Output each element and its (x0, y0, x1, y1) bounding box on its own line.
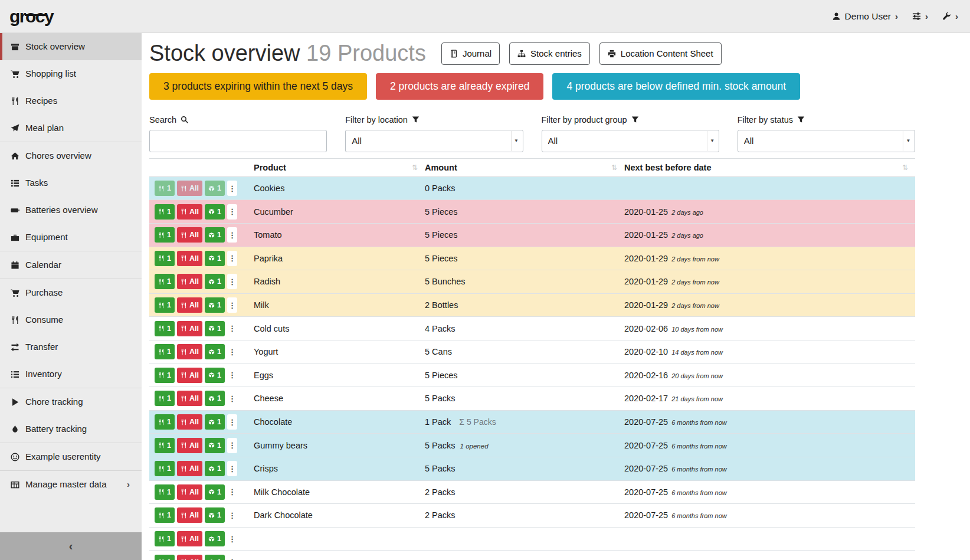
stock-entries-button[interactable]: Stock entries (509, 42, 590, 65)
sidebar-item-consume[interactable]: Consume (0, 306, 142, 333)
sidebar-collapse-button[interactable]: ‹ (0, 532, 142, 560)
row-menu-button[interactable]: ⋮ (227, 344, 237, 359)
table-row[interactable]: 1 All 1 ⋮ Radish 5 Bunches 2020-01-292 d… (149, 270, 915, 294)
consume-all-button[interactable]: All (177, 274, 202, 289)
open-one-button[interactable]: 1 (205, 227, 225, 243)
open-one-button[interactable]: 1 (205, 391, 225, 406)
table-row[interactable]: 1 All 1 ⋮ Cucumber 5 Pieces 2020-01-252 … (149, 200, 915, 224)
row-menu-button[interactable]: ⋮ (227, 531, 237, 546)
sidebar-item-manage-master-data[interactable]: Manage master data› (0, 471, 142, 498)
table-row[interactable]: 1 All 1 ⋮ Crisps 5 Packs 2020-07-256 mon… (149, 457, 915, 481)
row-menu-button[interactable]: ⋮ (227, 484, 237, 500)
row-menu-button[interactable]: ⋮ (227, 507, 237, 523)
table-row[interactable]: 1 All 1 ⋮ Gummy bears 5 Packs1 opened 20… (149, 434, 915, 457)
consume-one-button[interactable]: 1 (155, 531, 175, 546)
sidebar-item-chore-tracking[interactable]: Chore tracking (0, 388, 142, 415)
row-menu-button[interactable]: ⋮ (227, 391, 237, 406)
row-menu-button[interactable]: ⋮ (227, 251, 237, 266)
table-row[interactable]: 1 All 1 ⋮ (149, 551, 915, 560)
sidebar-item-example-userentity[interactable]: Example userentity (0, 443, 142, 470)
consume-all-button[interactable]: All (177, 344, 202, 359)
open-one-button[interactable]: 1 (205, 438, 225, 453)
consume-one-button[interactable]: 1 (155, 251, 175, 266)
consume-one-button[interactable]: 1 (155, 297, 175, 313)
consume-all-button[interactable]: All (177, 531, 202, 546)
row-menu-button[interactable]: ⋮ (227, 227, 237, 243)
table-row[interactable]: 1 All 1 ⋮ Chocolate 1 PackΣ 5 Packs 2020… (149, 411, 915, 434)
table-row[interactable]: 1 All 1 ⋮ Cookies 0 Packs (149, 177, 915, 201)
settings-menu[interactable]: › (912, 11, 928, 21)
admin-menu[interactable]: › (942, 11, 958, 21)
user-menu[interactable]: Demo User › (832, 11, 898, 22)
journal-button[interactable]: Journal (441, 42, 500, 65)
consume-one-button[interactable]: 1 (155, 555, 175, 560)
consume-one-button[interactable]: 1 (155, 227, 175, 243)
open-one-button[interactable]: 1 (205, 251, 225, 266)
consume-all-button[interactable]: All (177, 297, 202, 313)
row-menu-button[interactable]: ⋮ (227, 438, 237, 453)
consume-one-button[interactable]: 1 (155, 368, 175, 383)
sidebar-item-calendar[interactable]: Calendar (0, 251, 142, 279)
row-menu-button[interactable]: ⋮ (227, 204, 237, 220)
sidebar-item-chores-overview[interactable]: Chores overview (0, 142, 142, 169)
banner-below-min-stock[interactable]: 4 products are below defined min. stock … (552, 73, 800, 100)
open-one-button[interactable]: 1 (205, 461, 225, 476)
open-one-button[interactable]: 1 (205, 344, 225, 359)
column-next-best-before-date[interactable]: Next best before date ⇅ (624, 159, 915, 176)
row-menu-button[interactable]: ⋮ (227, 461, 237, 476)
consume-one-button[interactable]: 1 (155, 181, 175, 196)
consume-one-button[interactable]: 1 (155, 391, 175, 406)
consume-one-button[interactable]: 1 (155, 321, 175, 336)
open-one-button[interactable]: 1 (205, 507, 225, 523)
open-one-button[interactable]: 1 (205, 321, 225, 336)
search-input[interactable] (149, 130, 327, 152)
sidebar-item-batteries-overview[interactable]: Batteries overview (0, 197, 142, 224)
open-one-button[interactable]: 1 (205, 297, 225, 313)
table-row[interactable]: 1 All 1 ⋮ Milk 2 Bottles 2020-01-292 day… (149, 294, 915, 317)
row-menu-button[interactable]: ⋮ (227, 274, 237, 289)
row-menu-button[interactable]: ⋮ (227, 555, 237, 560)
table-row[interactable]: 1 All 1 ⋮ (149, 528, 915, 551)
open-one-button[interactable]: 1 (205, 484, 225, 500)
consume-one-button[interactable]: 1 (155, 484, 175, 500)
open-one-button[interactable]: 1 (205, 368, 225, 383)
consume-all-button[interactable]: All (177, 227, 202, 243)
sidebar-item-equipment[interactable]: Equipment (0, 224, 142, 251)
sidebar-item-recipes[interactable]: Recipes (0, 87, 142, 114)
table-row[interactable]: 1 All 1 ⋮ Cold cuts 4 Packs 2020-02-0610… (149, 317, 915, 340)
open-one-button[interactable]: 1 (205, 204, 225, 220)
status-filter-select[interactable]: All (738, 130, 915, 152)
open-one-button[interactable]: 1 (205, 274, 225, 289)
banner-expired[interactable]: 2 products are already expired (376, 73, 543, 100)
consume-all-button[interactable]: All (177, 438, 202, 453)
consume-one-button[interactable]: 1 (155, 414, 175, 430)
table-row[interactable]: 1 All 1 ⋮ Tomato 5 Pieces 2020-01-252 da… (149, 224, 915, 247)
column-product[interactable]: Product ⇅ (254, 159, 425, 176)
consume-one-button[interactable]: 1 (155, 274, 175, 289)
open-one-button[interactable]: 1 (205, 555, 225, 560)
consume-all-button[interactable]: All (177, 484, 202, 500)
consume-all-button[interactable]: All (177, 321, 202, 336)
sidebar-item-transfer[interactable]: Transfer (0, 333, 142, 361)
consume-one-button[interactable]: 1 (155, 344, 175, 359)
location-content-sheet-button[interactable]: Location Content Sheet (599, 42, 722, 65)
consume-all-button[interactable]: All (177, 251, 202, 266)
table-row[interactable]: 1 All 1 ⋮ Eggs 5 Pieces 2020-02-1620 day… (149, 364, 915, 388)
consume-all-button[interactable]: All (177, 555, 202, 560)
consume-all-button[interactable]: All (177, 414, 202, 430)
consume-all-button[interactable]: All (177, 461, 202, 476)
open-one-button[interactable]: 1 (205, 181, 225, 196)
app-logo[interactable]: grocy (9, 6, 53, 27)
row-menu-button[interactable]: ⋮ (227, 321, 237, 336)
table-row[interactable]: 1 All 1 ⋮ Paprika 5 Pieces 2020-01-292 d… (149, 247, 915, 271)
banner-expiring[interactable]: 3 products expiring within the next 5 da… (149, 73, 367, 100)
product-group-filter-select[interactable]: All (542, 130, 719, 152)
consume-one-button[interactable]: 1 (155, 507, 175, 523)
table-row[interactable]: 1 All 1 ⋮ Cheese 5 Packs 2020-02-1721 da… (149, 387, 915, 411)
sidebar-item-shopping-list[interactable]: Shopping list (0, 60, 142, 87)
consume-all-button[interactable]: All (177, 204, 202, 220)
consume-one-button[interactable]: 1 (155, 461, 175, 476)
sidebar-item-battery-tracking[interactable]: Battery tracking (0, 415, 142, 443)
table-row[interactable]: 1 All 1 ⋮ Yogurt 5 Cans 2020-02-1014 day… (149, 340, 915, 364)
open-one-button[interactable]: 1 (205, 414, 225, 430)
